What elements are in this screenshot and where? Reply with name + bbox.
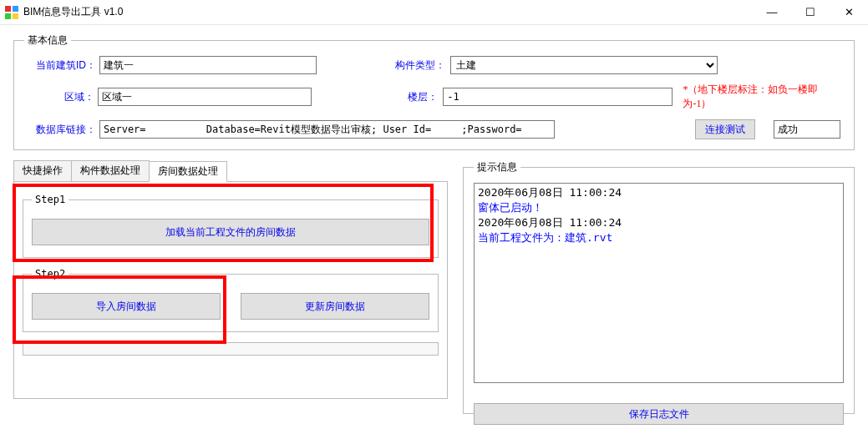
title-bar: BIM信息导出工具 v1.0 — ☐ ✕ xyxy=(0,0,868,25)
close-button[interactable]: ✕ xyxy=(830,0,868,25)
basic-info-group: 基本信息 当前建筑ID： 构件类型： 土建 区域： 楼层： *（地下楼层标注：如… xyxy=(13,33,855,150)
area-label: 区域： xyxy=(24,90,98,104)
test-connection-button[interactable]: 连接测试 xyxy=(695,119,755,139)
connection-status xyxy=(774,120,840,139)
log-line: 当前工程文件为：建筑.rvt xyxy=(478,230,840,245)
building-id-label: 当前建筑ID： xyxy=(24,58,99,73)
tab-panel-room: Step1 加载当前工程文件的房间数据 Step2 导入房间数据 更新房间数据 xyxy=(13,182,448,399)
floor-input[interactable] xyxy=(443,88,673,106)
progress-bar xyxy=(23,342,439,356)
step1-legend: Step1 xyxy=(32,194,69,205)
tab-strip: 快捷操作 构件数据处理 房间数据处理 xyxy=(13,160,448,182)
step2-group: Step2 导入房间数据 更新房间数据 xyxy=(23,268,439,332)
log-line: 2020年06月08日 11:00:24 xyxy=(478,215,840,230)
building-id-input[interactable] xyxy=(99,56,317,74)
step1-group: Step1 加载当前工程文件的房间数据 xyxy=(23,194,439,258)
component-type-select[interactable]: 土建 xyxy=(450,56,718,74)
step2-legend: Step2 xyxy=(32,268,69,280)
db-link-label: 数据库链接： xyxy=(24,123,99,137)
load-room-data-button[interactable]: 加载当前工程文件的房间数据 xyxy=(32,219,429,245)
floor-note: *（地下楼层标注：如负一楼即为-1） xyxy=(683,83,844,111)
log-legend: 提示信息 xyxy=(474,160,520,174)
save-log-button[interactable]: 保存日志文件 xyxy=(474,403,844,425)
update-room-data-button[interactable]: 更新房间数据 xyxy=(241,293,429,320)
log-line: 窗体已启动！ xyxy=(478,200,840,215)
tab-quick-ops[interactable]: 快捷操作 xyxy=(13,160,72,181)
tab-component-data[interactable]: 构件数据处理 xyxy=(71,160,150,181)
floor-label: 楼层： xyxy=(385,90,443,104)
db-link-input[interactable] xyxy=(99,120,555,139)
log-line: 2020年06月08日 11:00:24 xyxy=(478,185,840,200)
log-output[interactable]: 2020年06月08日 11:00:24窗体已启动！2020年06月08日 11… xyxy=(474,183,844,383)
area-input[interactable] xyxy=(98,88,312,106)
maximize-button[interactable]: ☐ xyxy=(791,0,830,25)
basic-info-legend: 基本信息 xyxy=(24,33,71,48)
tab-room-data[interactable]: 房间数据处理 xyxy=(149,161,227,182)
component-type-label: 构件类型： xyxy=(392,58,450,73)
window-title: BIM信息导出工具 v1.0 xyxy=(23,5,123,19)
log-group: 提示信息 2020年06月08日 11:00:24窗体已启动！2020年06月0… xyxy=(463,160,855,414)
import-room-data-button[interactable]: 导入房间数据 xyxy=(32,293,221,320)
minimize-button[interactable]: — xyxy=(753,0,791,25)
app-icon xyxy=(5,6,18,19)
